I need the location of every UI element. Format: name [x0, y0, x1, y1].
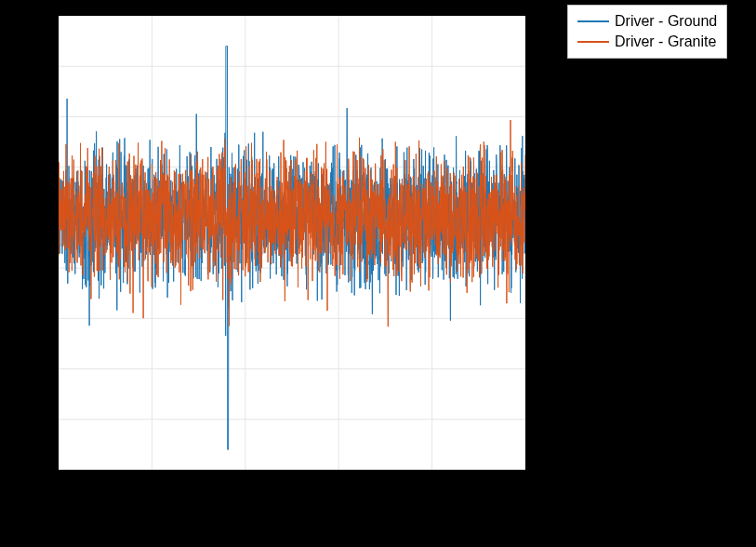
legend-swatch — [577, 20, 609, 22]
svg-text:1: 1 — [43, 107, 50, 123]
legend-item-driver-ground: Driver - Ground — [577, 11, 717, 32]
legend-swatch — [577, 41, 609, 43]
legend-label: Driver - Granite — [615, 32, 716, 52]
y-axis-ticks: -2.5-2-1.5-1-0.500.511.52 — [26, 7, 50, 476]
svg-text:2: 2 — [43, 7, 50, 22]
chart-legend: Driver - Ground Driver - Granite — [567, 5, 727, 59]
chart-series-group — [59, 47, 525, 450]
svg-text:0.2: 0.2 — [234, 474, 254, 490]
chart-plot-area — [58, 15, 526, 471]
svg-text:-2: -2 — [38, 410, 50, 426]
svg-text:1.5: 1.5 — [31, 57, 50, 73]
svg-text:-1: -1 — [38, 309, 50, 325]
svg-text:0.3: 0.3 — [328, 474, 348, 490]
series-driver-granite — [59, 120, 525, 327]
svg-text:-2.5: -2.5 — [26, 460, 50, 476]
svg-text:-0.5: -0.5 — [26, 259, 50, 274]
legend-item-driver-granite: Driver - Granite — [577, 32, 717, 52]
svg-text:0: 0 — [43, 208, 50, 224]
legend-label: Driver - Ground — [615, 11, 717, 32]
svg-text:0.4: 0.4 — [421, 474, 441, 490]
x-axis-label: Time [s] — [261, 495, 320, 514]
x-axis-ticks: 00.10.20.30.40.5 — [54, 474, 535, 490]
y-axis-label: Velocity [mm/s] — [4, 185, 22, 298]
svg-text:0.5: 0.5 — [515, 474, 535, 490]
svg-text:0.1: 0.1 — [141, 474, 161, 490]
svg-text:0: 0 — [54, 474, 61, 490]
svg-text:-1.5: -1.5 — [26, 360, 50, 376]
svg-text:0.5: 0.5 — [31, 158, 50, 174]
chart-canvas — [59, 16, 525, 470]
